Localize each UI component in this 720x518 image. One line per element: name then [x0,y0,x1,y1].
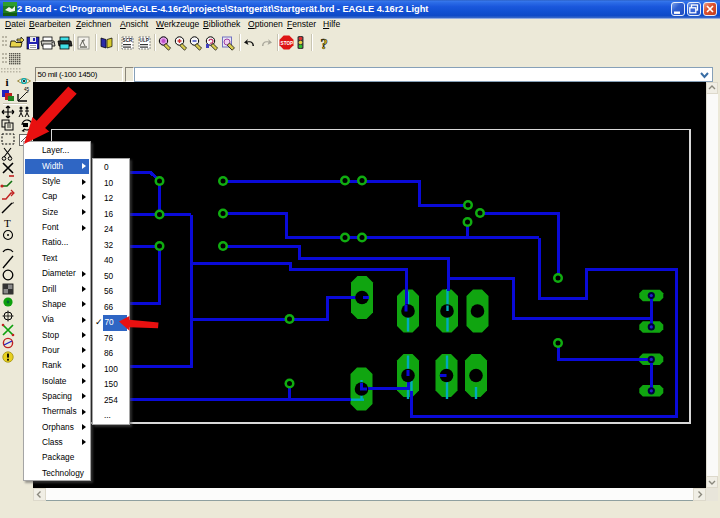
svg-text:?: ? [321,36,328,52]
svg-text:45: 45 [24,87,30,92]
svg-text:i: i [6,76,9,88]
svg-text:SCR: SCR [123,38,133,43]
svg-text:STOP: STOP [281,41,293,46]
svg-text:ULP: ULP [140,38,149,43]
